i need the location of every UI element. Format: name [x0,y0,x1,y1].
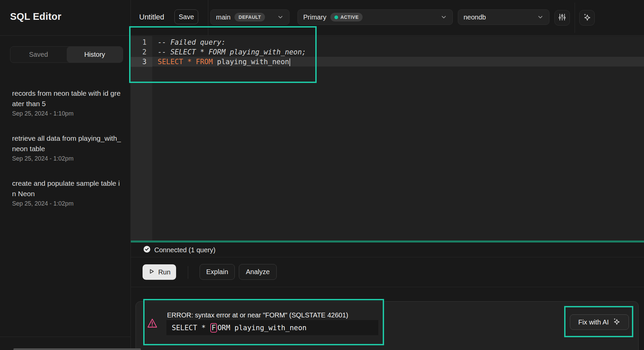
ai-assistant-button[interactable] [579,10,595,26]
code-line: 1-- Failed query: [131,37,644,47]
check-circle-icon [143,246,151,254]
connection-status-bar: Connected (1 query) [131,243,644,257]
compute-active-badge: ACTIVE [330,13,363,21]
branch-name: main [216,13,230,21]
sparkle-icon [612,317,621,327]
code-line-active: 3SELECT * FROM playing_with_neon [131,57,644,67]
saved-history-tabs: Saved History [10,46,123,63]
save-button[interactable]: Save [174,9,198,24]
topbar-divider [575,3,575,33]
sql-code-editor[interactable]: 1-- Failed query: 2-- SELECT * FORM play… [131,36,644,240]
database-selector[interactable]: neondb [458,9,549,25]
settings-button[interactable] [554,10,570,26]
active-badge-label: ACTIVE [340,14,359,20]
topbar: Untitled Save main DEFAULT Primary ACTIV… [131,0,644,36]
history-item-timestamp: Sep 25, 2024 - 1:02pm [12,200,121,207]
sliders-icon [558,13,567,23]
analyze-button[interactable]: Analyze [239,264,277,280]
fix-with-ai-button[interactable]: Fix with AI [570,314,629,330]
action-bar-divider [188,266,188,279]
line-number: 2 [131,47,152,57]
warning-triangle-icon [147,317,158,331]
bottom-partial-element [13,348,141,350]
error-message: ERROR: syntax error at or near "FORM" (S… [167,311,348,319]
tab-saved[interactable]: Saved [10,47,67,62]
history-item-title: records from neon table with id greater … [12,88,121,109]
branch-selector[interactable]: main DEFAULT [210,9,289,25]
history-item-title: retrieve all data from playing_with_neon… [12,133,121,154]
error-token-highlight: F [210,323,217,333]
history-item-timestamp: Sep 25, 2024 - 1:02pm [12,155,121,162]
code-statement: SELECT * FROM playing_with_neon [152,58,290,66]
text-cursor [289,58,290,66]
play-icon [148,268,155,276]
active-status-dot [334,15,338,19]
sidebar-header: SQL Editor [0,0,130,36]
branch-default-badge: DEFAULT [234,13,265,21]
explain-button[interactable]: Explain [200,264,235,280]
chevron-down-icon [440,14,447,20]
editor-code-lines: 1-- Failed query: 2-- SELECT * FORM play… [131,37,644,67]
run-button-label: Run [158,268,171,276]
code-line: 2-- SELECT * FORM playing_with_neon; [131,47,644,57]
results-panel: ERROR: syntax error at or near "FORM" (S… [131,288,644,350]
sidebar: SQL Editor Saved History records from ne… [0,0,131,350]
chevron-down-icon [537,14,544,20]
history-item[interactable]: records from neon table with id greater … [12,88,121,117]
run-button[interactable]: Run [143,264,176,280]
code-comment: -- SELECT * FORM playing_with_neon; [152,48,306,56]
error-results-container: ERROR: syntax error at or near "FORM" (S… [136,301,639,350]
sidebar-divider [0,337,130,337]
page-title: SQL Editor [10,11,61,22]
history-item-timestamp: Sep 25, 2024 - 1:10pm [12,110,121,117]
topbar-divider [208,0,208,36]
connection-status-text: Connected (1 query) [154,246,215,254]
compute-name: Primary [303,13,326,21]
code-comment: -- Failed query: [152,38,225,46]
history-list: records from neon table with id greater … [12,88,121,223]
line-number: 3 [131,57,152,67]
database-name: neondb [464,13,486,21]
chevron-down-icon [277,14,284,20]
query-file-name[interactable]: Untitled [139,13,164,21]
tab-history[interactable]: History [67,47,123,62]
history-item-title: create and populate sample table in Neon [12,178,121,199]
fix-with-ai-label: Fix with AI [578,318,609,326]
sparkle-icon [583,13,591,23]
line-number: 1 [131,38,152,47]
query-action-bar: Run Explain Analyze [131,258,644,287]
history-item[interactable]: create and populate sample table in Neon… [12,178,121,207]
history-item[interactable]: retrieve all data from playing_with_neon… [12,133,121,162]
error-query-snippet: SELECT * FORM playing_with_neon [166,320,378,335]
compute-selector[interactable]: Primary ACTIVE [298,9,453,25]
